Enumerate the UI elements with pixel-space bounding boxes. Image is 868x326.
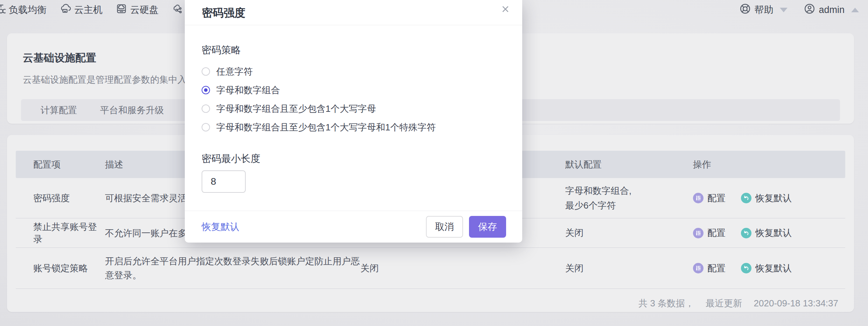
help-icon [739,3,751,17]
restore-default-button[interactable]: 恢复默认 [741,262,792,274]
radio-option-letters-digits[interactable]: 字母和数字组合 [202,85,505,95]
close-icon [501,5,510,15]
radio-icon[interactable] [202,123,210,131]
modal-title: 密码强度 [202,6,245,20]
tab-compute-config[interactable]: 计算配置 [41,104,77,116]
configure-button[interactable]: 配置 [693,227,726,239]
restore-default-button[interactable]: 恢复默认 [741,227,792,239]
table-footer: 共 3 条数据， 最近更新 2020-09-18 13:34:37 [638,297,838,310]
page-subtitle: 云基础设施配置是管理配置参数的集中入口， [23,74,205,86]
restore-label: 恢复默认 [755,262,792,274]
table-row: 账号锁定策略 开启后允许全平台用户指定次数登录失败后锁账户定防止用户恶意登录。 … [16,248,845,289]
cancel-button[interactable]: 取消 [426,216,463,238]
cloud-server-icon [60,3,71,17]
config-item-name: 密码强度 [16,192,105,204]
row-actions: 配置 恢复默认 [693,192,845,204]
default-line-2: 最少6个字符 [565,198,693,213]
radio-icon[interactable] [202,67,210,76]
load-balancer-icon [0,3,6,17]
default-line-1: 字母和数字组合, [565,183,693,198]
min-length-label: 密码最小长度 [202,152,505,165]
page-title: 云基础设施配置 [23,51,96,65]
save-button[interactable]: 保存 [469,216,506,238]
configure-label: 配置 [707,262,726,274]
column-header-default: 默认配置 [565,158,693,171]
network-icon [172,3,183,17]
radio-option-any-chars[interactable]: 任意字符 [202,66,505,77]
sliders-icon [693,193,704,203]
min-length-input[interactable] [202,170,246,193]
modal-header: 密码强度 [185,0,522,25]
nav-item-load-balancer[interactable]: 负载均衡 [0,3,47,17]
modal-footer-buttons: 取消 保存 [426,216,506,238]
nav-item-cloud-server[interactable]: 云主机 [60,3,103,17]
modal-body: 密码策略 任意字符 字母和数字组合 字母和数字组合且至少包含1个大写字母 字母和… [185,43,522,193]
cloud-disk-icon [116,3,127,17]
user-menu[interactable]: admin [804,3,859,17]
nav-item-label: 云主机 [74,4,103,16]
radio-option-label: 任意字符 [216,66,253,78]
restore-label: 恢复默认 [755,227,792,239]
radio-option-letters-digits-uppercase[interactable]: 字母和数字组合且至少包含1个大写字母 [202,103,505,114]
restore-default-button[interactable]: 恢复默认 [741,192,792,204]
user-label: admin [819,5,845,15]
sliders-icon [693,263,704,273]
user-icon [804,3,816,17]
password-strength-modal: 密码强度 密码策略 任意字符 字母和数字组合 字 [185,0,522,243]
config-item-current: 关闭 [360,262,565,274]
configure-button[interactable]: 配置 [693,262,726,274]
sliders-icon [693,228,704,238]
nav-left-group: 负载均衡 云主机 云硬盘 网络 [0,3,205,17]
screen: 负载均衡 云主机 云硬盘 网络 [0,0,868,326]
nav-item-label: 云硬盘 [130,4,159,16]
nav-item-label: 负载均衡 [9,4,47,16]
last-updated-time: 2020-09-18 13:34:37 [754,298,838,308]
config-item-name: 账号锁定策略 [16,262,105,274]
undo-icon [741,263,751,273]
chevron-up-icon [851,8,859,12]
config-item-name: 禁止共享账号登录 [16,221,105,245]
config-item-desc: 开启后允许全平台用户指定次数登录失败后锁账户定防止用户恶意登录。 [105,254,360,282]
column-header-actions: 操作 [693,158,845,171]
radio-option-label: 字母和数字组合且至少包含1个大写字母 [216,103,376,115]
last-updated-label: 最近更新 [706,298,742,308]
row-actions: 配置 恢复默认 [693,262,845,274]
radio-option-letters-digits-uppercase-special[interactable]: 字母和数字组合且至少包含1个大写字母和1个特殊字符 [202,122,505,133]
chevron-down-icon [780,8,788,12]
radio-icon[interactable] [202,104,210,113]
help-menu[interactable]: 帮助 [739,3,788,17]
radio-option-label: 字母和数字组合且至少包含1个大写字母和1个特殊字符 [216,121,436,134]
password-policy-label: 密码策略 [202,43,505,57]
nav-item-cloud-disk[interactable]: 云硬盘 [116,3,159,17]
nav-right-group: 帮助 admin [739,0,859,20]
password-policy-options: 任意字符 字母和数字组合 字母和数字组合且至少包含1个大写字母 字母和数字组合且… [202,66,505,133]
configure-button[interactable]: 配置 [693,192,726,204]
radio-selected-icon[interactable] [202,86,210,94]
tab-platform-upgrade[interactable]: 平台和服务升级 [100,104,164,116]
column-header-name: 配置项 [16,158,105,171]
undo-icon [741,193,751,203]
undo-icon [741,228,751,238]
config-item-default: 关闭 [565,262,693,274]
close-button[interactable] [498,2,513,18]
configure-label: 配置 [707,192,726,204]
modal-footer: 恢复默认 取消 保存 [185,211,522,243]
radio-option-label: 字母和数字组合 [216,84,280,96]
configure-label: 配置 [707,227,726,239]
config-item-default: 关闭 [565,227,693,239]
config-item-default: 字母和数字组合, 最少6个字符 [565,183,693,213]
help-label: 帮助 [754,4,773,16]
row-count: 共 3 条数据， [638,298,694,308]
restore-label: 恢复默认 [755,192,792,204]
restore-default-link[interactable]: 恢复默认 [202,220,239,233]
row-actions: 配置 恢复默认 [693,227,845,239]
